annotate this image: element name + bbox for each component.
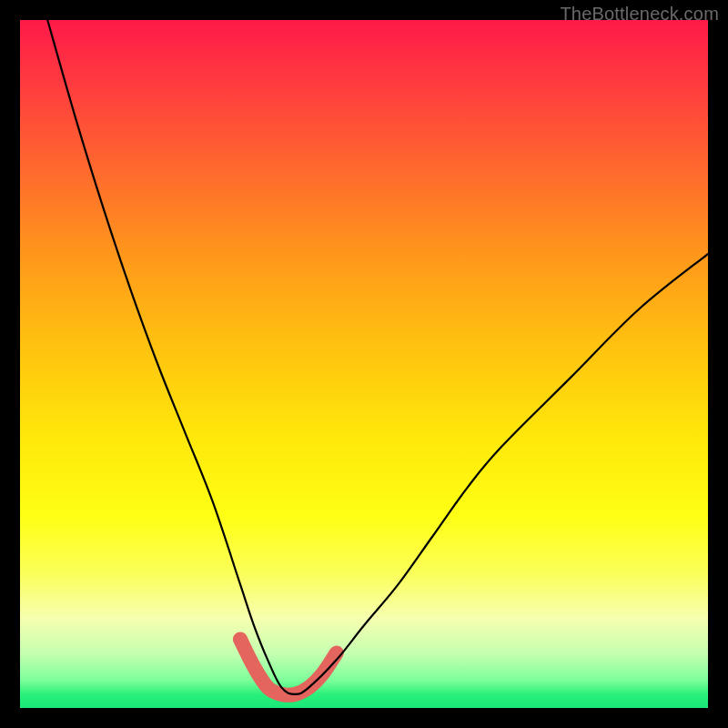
chart-frame: { "watermark": "TheBottleneck.com", "cha… (0, 0, 728, 728)
plot-area (20, 20, 708, 708)
chart-svg (20, 20, 708, 708)
optimal-band-line (240, 639, 337, 695)
watermark-text: TheBottleneck.com (560, 4, 719, 25)
bottleneck-curve-line (47, 20, 708, 694)
